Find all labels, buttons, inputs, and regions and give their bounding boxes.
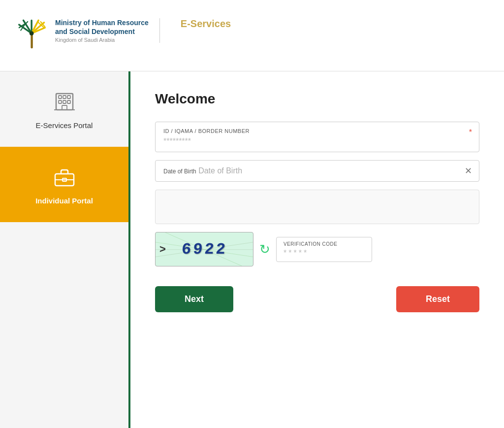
content-area: Welcome ID / IQAMA / BORDER NUMBER *****… [130, 71, 504, 428]
logo-area: Ministry of Human Resource and Social De… [15, 18, 231, 53]
svg-rect-20 [62, 105, 67, 110]
svg-rect-19 [67, 100, 70, 103]
svg-rect-18 [63, 100, 66, 103]
ministry-name-line2: and Social Development [55, 27, 149, 36]
captcha-text: 6922 [181, 240, 228, 259]
sidebar: E-Services Portal Individual Portal [0, 71, 130, 428]
id-field-value: ********* [163, 137, 191, 145]
svg-rect-15 [63, 96, 66, 99]
clear-icon[interactable]: ✕ [465, 165, 472, 176]
verification-label: VERIFICATION CODE [284, 241, 365, 247]
captcha-section: > 6922 ↻ VERIFICATION CODE ***** [155, 232, 479, 266]
captcha-image: > 6922 [155, 232, 253, 266]
svg-rect-14 [59, 96, 62, 99]
sidebar-item-individual[interactable]: Individual Portal [0, 147, 128, 222]
required-star: * [469, 128, 472, 137]
palm-tree-icon [15, 18, 49, 53]
header-divider [159, 18, 160, 43]
svg-point-7 [30, 31, 34, 35]
kingdom-text: Kingdom of Saudi Arabia [55, 37, 149, 43]
svg-rect-16 [67, 96, 70, 99]
dob-field-label: Date of Birth [163, 168, 196, 175]
eservices-label: E-Services [181, 18, 231, 30]
ministry-name-line1: Ministry of Human Resource [55, 18, 149, 27]
svg-rect-17 [59, 100, 62, 103]
header: Ministry of Human Resource and Social De… [0, 0, 504, 71]
building-icon [52, 89, 77, 115]
next-button[interactable]: Next [155, 286, 233, 312]
refresh-captcha-button[interactable]: ↻ [259, 242, 270, 257]
id-field-label: ID / IQAMA / BORDER NUMBER [163, 128, 471, 134]
briefcase-icon [52, 164, 77, 191]
svg-rect-0 [31, 33, 32, 49]
captcha-arrow: > [159, 243, 166, 256]
sidebar-item-individual-label: Individual Portal [35, 197, 93, 205]
welcome-title: Welcome [155, 91, 479, 107]
sidebar-item-eservices-label: E-Services Portal [36, 121, 93, 130]
calendar-area [155, 190, 479, 224]
dob-field-value: Date of Birth [198, 166, 242, 175]
verification-field[interactable]: VERIFICATION CODE ***** [276, 237, 372, 262]
reset-button[interactable]: Reset [396, 286, 479, 312]
verification-value: ***** [284, 249, 365, 258]
header-text: Ministry of Human Resource and Social De… [55, 18, 149, 43]
dob-field[interactable]: Date of Birth Date of Birth ✕ [155, 160, 479, 182]
id-field[interactable]: ID / IQAMA / BORDER NUMBER ********* * [155, 122, 479, 152]
main-layout: E-Services Portal Individual Portal Welc… [0, 71, 504, 428]
buttons-row: Next Reset [155, 286, 479, 312]
sidebar-item-eservices[interactable]: E-Services Portal [0, 71, 128, 147]
